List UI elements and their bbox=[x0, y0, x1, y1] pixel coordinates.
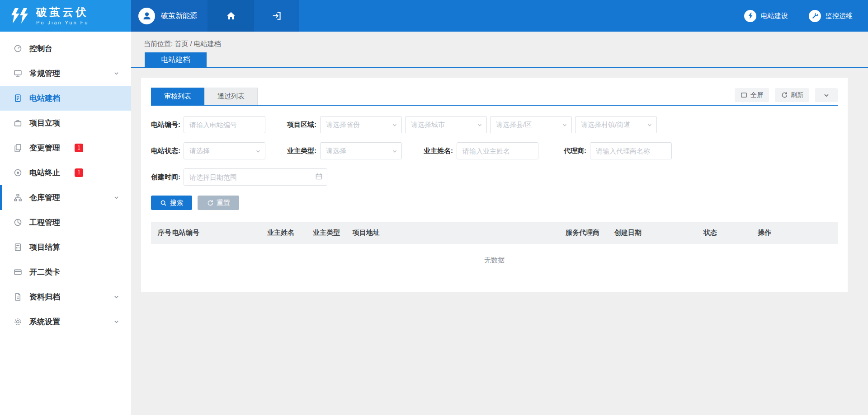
breadcrumb-separator: / bbox=[190, 40, 192, 47]
tab-review-list[interactable]: 审核列表 bbox=[151, 88, 204, 105]
city-select[interactable]: 请选择城市 bbox=[405, 116, 487, 133]
fullscreen-button[interactable]: 全屏 bbox=[735, 88, 769, 102]
pie-chart-icon bbox=[14, 218, 23, 227]
owner-name-label: 业主姓名: bbox=[424, 147, 453, 155]
column-header: 操作 bbox=[758, 228, 838, 237]
breadcrumb-current[interactable]: 电站建档 bbox=[194, 40, 221, 47]
create-time-label: 创建时间: bbox=[151, 173, 180, 182]
region-label: 项目区域: bbox=[287, 121, 316, 129]
top-header: 破茧云伏 Po Jian Yun Fu 破茧新能源 bbox=[0, 0, 868, 32]
nav-monitor-ops-label: 监控运维 bbox=[826, 12, 853, 20]
table-header-row: 序号 电站编号 业主姓名 业主类型 项目地址 服务代理商 创建日期 状态 操作 bbox=[151, 222, 838, 244]
gear-icon bbox=[14, 317, 23, 326]
empty-state: 无数据 bbox=[151, 244, 838, 276]
nav-monitor-ops[interactable]: 监控运维 bbox=[809, 10, 853, 22]
monitor-icon bbox=[14, 69, 23, 78]
sidebar: 控制台 常规管理 电站建档 项目立项 bbox=[0, 32, 131, 415]
breadcrumb-prefix: 当前位置: bbox=[144, 40, 173, 47]
owner-type-select[interactable]: 请选择 bbox=[320, 142, 402, 159]
wrench-icon bbox=[809, 10, 821, 22]
column-header: 序号 bbox=[151, 228, 172, 237]
logout-button[interactable] bbox=[254, 0, 299, 32]
refresh-icon bbox=[781, 92, 788, 98]
chevron-down-icon bbox=[113, 195, 119, 201]
dashboard-icon bbox=[14, 44, 23, 53]
filter-row-3: 创建时间: bbox=[151, 168, 838, 186]
chevron-down-icon bbox=[392, 122, 397, 128]
sidebar-item-dashboard[interactable]: 控制台 bbox=[0, 36, 131, 61]
chevron-down-icon bbox=[255, 149, 261, 154]
station-status-select[interactable]: 请选择 bbox=[184, 142, 265, 159]
calculator-icon bbox=[14, 243, 23, 252]
calendar-icon[interactable] bbox=[315, 173, 323, 180]
sidebar-item-general-management[interactable]: 常规管理 bbox=[0, 61, 131, 86]
briefcase-icon bbox=[14, 119, 23, 128]
date-range-input[interactable] bbox=[184, 168, 327, 186]
chevron-down-icon bbox=[562, 122, 567, 128]
home-button[interactable] bbox=[208, 0, 254, 32]
sidebar-item-project-settlement[interactable]: 项目结算 bbox=[0, 235, 131, 260]
logout-icon bbox=[272, 11, 282, 21]
tab-passed-list[interactable]: 通过列表 bbox=[204, 88, 258, 105]
collapse-button[interactable] bbox=[815, 88, 838, 102]
station-no-input[interactable] bbox=[184, 116, 265, 133]
column-header: 服务代理商 bbox=[566, 228, 614, 237]
header-right-nav: 电站建设 监控运维 bbox=[744, 0, 868, 32]
breadcrumb-home[interactable]: 首页 bbox=[175, 40, 188, 47]
owner-name-input[interactable] bbox=[457, 142, 538, 159]
user-menu[interactable]: 破茧新能源 bbox=[131, 0, 208, 32]
owner-type-label: 业主类型: bbox=[287, 147, 316, 155]
app-logo[interactable]: 破茧云伏 Po Jian Yun Fu bbox=[0, 0, 131, 32]
logo-icon bbox=[10, 8, 31, 24]
stop-icon bbox=[14, 168, 23, 177]
sidebar-item-warehouse-management[interactable]: 仓库管理 bbox=[0, 185, 131, 210]
chevron-down-icon bbox=[823, 92, 830, 98]
column-header: 电站编号 bbox=[172, 228, 267, 237]
agent-input[interactable] bbox=[590, 142, 672, 159]
breadcrumb: 当前位置: 首页 / 电站建档 bbox=[131, 32, 868, 48]
sidebar-item-station-termination[interactable]: 电站终止 1 bbox=[0, 160, 131, 185]
sidebar-item-station-archive[interactable]: 电站建档 bbox=[0, 86, 131, 111]
filter-row-1: 电站编号: 项目区域: 请选择省份 请选择城市 请选择县/区 bbox=[151, 116, 838, 133]
filter-row-2: 电站状态: 请选择 业主类型: 请选择 业主姓名: 代理商: bbox=[151, 142, 838, 159]
sidebar-item-change-management[interactable]: 变更管理 1 bbox=[0, 135, 131, 160]
file-icon bbox=[14, 94, 23, 103]
fullscreen-icon bbox=[741, 92, 747, 98]
sidebar-item-card-opening[interactable]: 开二类卡 bbox=[0, 260, 131, 284]
sidebar-item-data-archive[interactable]: 资料归档 bbox=[0, 284, 131, 309]
sidebar-item-project-initiation[interactable]: 项目立项 bbox=[0, 111, 131, 135]
sidebar-item-engineering-management[interactable]: 工程管理 bbox=[0, 210, 131, 235]
page-tab-station-archive[interactable]: 电站建档 bbox=[145, 52, 207, 67]
station-status-label: 电站状态: bbox=[151, 147, 180, 155]
search-button[interactable]: 搜索 bbox=[151, 196, 192, 210]
card-icon bbox=[14, 268, 23, 277]
app-title: 破茧云伏 bbox=[36, 6, 89, 19]
county-select[interactable]: 请选择县/区 bbox=[490, 116, 572, 133]
sidebar-item-system-settings[interactable]: 系统设置 bbox=[0, 309, 131, 334]
page-tab-bar: 电站建档 bbox=[131, 52, 868, 68]
reset-icon bbox=[207, 200, 213, 206]
chevron-down-icon bbox=[392, 149, 397, 154]
content-panel: 审核列表 通过列表 全屏 刷新 bbox=[141, 78, 848, 292]
notification-badge: 1 bbox=[75, 144, 83, 152]
nav-station-build[interactable]: 电站建设 bbox=[744, 10, 788, 22]
lightning-icon bbox=[744, 10, 756, 22]
province-select[interactable]: 请选择省份 bbox=[320, 116, 402, 133]
panel-tabs: 审核列表 通过列表 全屏 刷新 bbox=[151, 88, 838, 106]
reset-button[interactable]: 重置 bbox=[198, 196, 239, 210]
notification-badge: 1 bbox=[75, 168, 83, 177]
panel-toolbar: 全屏 刷新 bbox=[735, 88, 838, 102]
refresh-button[interactable]: 刷新 bbox=[775, 88, 809, 102]
column-header: 业主姓名 bbox=[267, 228, 313, 237]
chevron-down-icon bbox=[647, 122, 652, 128]
sitemap-icon bbox=[14, 193, 23, 202]
chevron-down-icon bbox=[113, 319, 119, 325]
chevron-down-icon bbox=[477, 122, 482, 128]
main-content: 当前位置: 首页 / 电站建档 电站建档 审核列表 通过列表 全屏 bbox=[131, 32, 868, 415]
town-select[interactable]: 请选择村镇/街道 bbox=[575, 116, 657, 133]
agent-label: 代理商: bbox=[564, 147, 586, 155]
chevron-down-icon bbox=[113, 70, 119, 76]
filter-form: 电站编号: 项目区域: 请选择省份 请选择城市 请选择县/区 bbox=[151, 116, 838, 186]
station-no-label: 电站编号: bbox=[151, 121, 180, 129]
avatar bbox=[138, 8, 155, 24]
